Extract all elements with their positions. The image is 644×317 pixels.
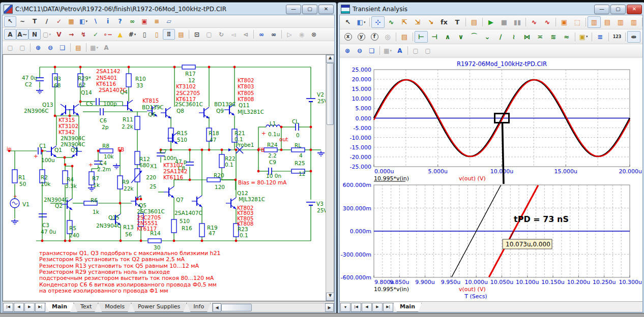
text-tool[interactable]: T xyxy=(451,16,464,28)
tab-models[interactable]: Models xyxy=(98,303,131,312)
pan-mode-tool[interactable]: ∿ xyxy=(385,16,398,28)
zoom-out-button[interactable]: ⊖ xyxy=(354,45,366,56)
node-voltages-toggle[interactable]: V xyxy=(53,29,65,40)
first-page-button[interactable]: |◀ xyxy=(3,303,13,312)
round-corner-tool[interactable]: ▢ xyxy=(203,29,215,40)
run-button[interactable]: ▶ xyxy=(484,16,497,28)
schematic-hscrollbar[interactable]: ◀▶ xyxy=(212,303,334,312)
scroll-right-button[interactable]: ▶ xyxy=(325,303,334,312)
go-to-high-tool[interactable]: ⌒ xyxy=(467,31,481,43)
hscroll-thumb[interactable] xyxy=(221,304,252,311)
copy-back-tool[interactable]: ▢ xyxy=(16,42,28,53)
cursor-pair-tool[interactable]: ⇼ xyxy=(640,31,644,43)
tab-info[interactable]: Info xyxy=(187,303,211,312)
current-toggle[interactable]: → xyxy=(65,29,77,40)
crop-border-tool[interactable]: ⊡ xyxy=(191,29,203,40)
plot-area[interactable]: 25.00020.00015.00010.0005.0000.000-5.000… xyxy=(340,58,642,301)
go-to-valley-tool[interactable]: ∨ xyxy=(454,31,467,43)
go-to-slope-tool[interactable]: ∕ xyxy=(494,31,507,43)
add-waveform-tool[interactable]: ∿ xyxy=(528,16,541,28)
go-to-inflection-tool[interactable]: ≀ xyxy=(507,31,520,43)
cursor-lines-tool[interactable]: ⇹ xyxy=(627,31,640,43)
page-info-tool[interactable]: ▯ xyxy=(151,29,163,40)
point-tag-tool[interactable]: ⇲ xyxy=(411,16,424,28)
line-mode-tool[interactable]: ∕ xyxy=(41,16,53,27)
select-region-tool[interactable]: ▣ xyxy=(558,16,571,28)
wire-mode-tool[interactable]: ~ xyxy=(16,16,28,27)
node-numbers-toggle[interactable]: N xyxy=(28,29,41,40)
next-page-button[interactable]: ▶ xyxy=(372,303,383,312)
slicer-toggle[interactable]: ∘− xyxy=(102,29,114,40)
grid-toggle-dropdown[interactable]: ▾ xyxy=(134,33,136,37)
grid-layout-tool-dropdown[interactable]: ▾ xyxy=(96,46,98,50)
thumbnail-tool[interactable]: ▦▾ xyxy=(382,45,394,56)
copy-front-tool[interactable]: ▢ xyxy=(4,42,16,53)
copy-front-tool[interactable]: ▢ xyxy=(409,45,422,56)
find-tool[interactable]: ∞ xyxy=(268,29,280,40)
design-notes-tool[interactable]: ▱ xyxy=(163,16,175,27)
cursor-mode-tool[interactable]: ⇱ xyxy=(398,16,411,28)
attribute-text-toggle[interactable]: A xyxy=(4,29,16,40)
zoom-out-button[interactable]: ⊖ xyxy=(44,42,56,53)
component-mode-tool-dropdown[interactable]: ▾ xyxy=(364,20,366,24)
shape-mode-tool-dropdown[interactable]: ▾ xyxy=(85,19,87,23)
component-palette-tool[interactable]: ▦ xyxy=(65,16,77,27)
schematic-vscrollbar[interactable]: ▲ ▼ xyxy=(326,55,334,301)
minimize-button[interactable]: — xyxy=(594,5,609,14)
thumbnail-tool-dropdown[interactable]: ▾ xyxy=(390,49,392,53)
close-button[interactable]: ✕ xyxy=(627,5,642,14)
properties-tool[interactable]: ▤ xyxy=(467,16,481,28)
tab-list-dropdown[interactable]: ▾ xyxy=(340,303,350,312)
warning-toggle[interactable]: ▲ xyxy=(114,29,126,40)
close-button[interactable]: ✕ xyxy=(318,5,334,14)
plot-layout-overlay-tool[interactable]: ▤ xyxy=(601,16,614,28)
node-snap-tool-dropdown[interactable]: ▾ xyxy=(49,33,51,37)
zoom-100-button[interactable]: ❑ xyxy=(56,42,69,53)
schematic-canvas[interactable]: +47 0uC2R368R29*62Q14Q132N3906CQ4R1033BD… xyxy=(3,54,334,301)
zoom-in-button[interactable]: ⊕ xyxy=(32,42,44,53)
clipboard-tool[interactable]: ▣▾ xyxy=(577,31,590,43)
info-mode-tool[interactable]: i xyxy=(102,16,114,27)
last-page-button[interactable]: ▶| xyxy=(35,303,45,312)
select-box-tool[interactable]: ⠿ xyxy=(163,29,175,40)
copy-back-tool[interactable]: ▢ xyxy=(422,45,434,56)
next-page-button[interactable]: ▶ xyxy=(24,303,35,312)
rotate-tool[interactable]: ↻ xyxy=(215,29,227,40)
numeric-output-tool[interactable]: ≡ xyxy=(594,31,607,43)
go-to-low-tool[interactable]: ⌄ xyxy=(481,31,494,43)
zoom-100-button[interactable]: ❑ xyxy=(366,45,378,56)
component-mode-tool[interactable]: ◧▾ xyxy=(355,16,368,28)
plot-layout-stack-tool[interactable]: ▥ xyxy=(588,16,601,28)
power-toggle[interactable]: ↯ xyxy=(77,29,90,40)
last-page-button[interactable]: ▶| xyxy=(383,303,393,312)
plot-properties-tool[interactable]: ▤ xyxy=(398,31,411,43)
vscroll-thumb[interactable] xyxy=(327,63,334,125)
schematic-titlebar[interactable]: C:\MC11\DATA\Petrov\R1972-06\finish\R197… xyxy=(2,4,335,15)
tab-power-supplies[interactable]: Power Supplies xyxy=(131,303,187,312)
plot-layout-right-tool[interactable]: ▥ xyxy=(627,16,640,28)
scroll-down-button[interactable]: ▼ xyxy=(326,293,334,301)
tab-main[interactable]: Main xyxy=(45,303,74,312)
annotation-pen-tool[interactable]: ∖ xyxy=(90,16,102,27)
help-mode-tool[interactable]: ? xyxy=(114,16,126,27)
find-waveform-tool[interactable]: ∞ xyxy=(255,29,268,40)
go-to-peak-tool[interactable]: ∧ xyxy=(441,31,454,43)
define-tool[interactable]: ✓ xyxy=(53,16,65,27)
flip-vertical-tool[interactable]: ◅ xyxy=(227,29,240,40)
slope-tag-tool[interactable]: ↘ xyxy=(424,16,437,28)
font-tool[interactable]: A xyxy=(100,42,112,53)
flip-horizontal-tool[interactable]: ⊲ xyxy=(240,29,252,40)
clipboard-tool-dropdown[interactable]: ▾ xyxy=(586,35,588,39)
new-page-tool[interactable]: ▯ xyxy=(138,29,151,40)
properties-tool[interactable]: ▤ xyxy=(175,29,187,40)
y-axis-tool[interactable]: y xyxy=(355,31,368,43)
tab-main[interactable]: Main xyxy=(393,303,422,312)
find-part-tool[interactable]: ∞ xyxy=(126,16,138,27)
x-axis-tool[interactable]: x xyxy=(341,31,355,43)
scroll-up-button[interactable]: ▲ xyxy=(326,55,334,63)
delete-waveform-tool[interactable]: ∿ xyxy=(541,16,554,28)
prev-page-button[interactable]: ◀ xyxy=(14,303,24,312)
node-snap-tool[interactable]: ▢▾ xyxy=(41,29,53,40)
scale-mode-tool[interactable]: ⊹ xyxy=(371,16,385,28)
zoom-in-button[interactable]: ⊕ xyxy=(341,45,354,56)
